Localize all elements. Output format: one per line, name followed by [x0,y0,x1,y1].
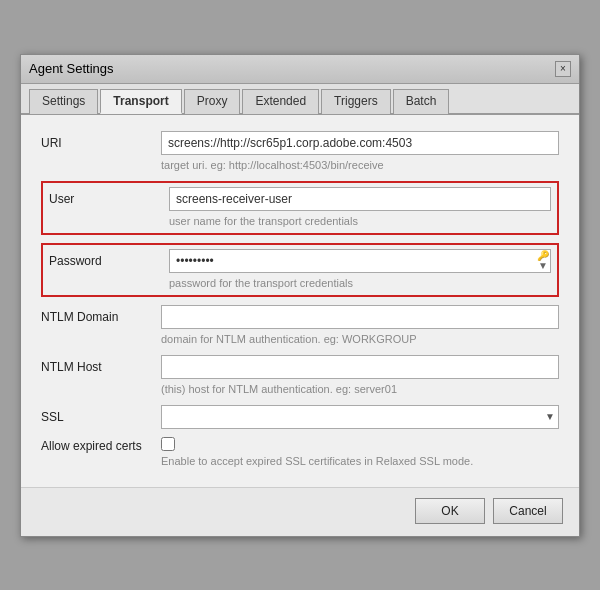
password-label: Password [49,249,169,268]
ssl-row: SSL ▼ [41,405,559,429]
ntlm-domain-field [161,305,559,329]
user-row: User [49,187,551,211]
user-input[interactable] [169,187,551,211]
password-field: 🔑 ▼ [169,249,551,273]
password-inner: Password 🔑 ▼ password for the transport … [43,245,557,295]
ok-button[interactable]: OK [415,498,485,524]
ssl-field: ▼ [161,405,559,429]
allow-expired-checkbox[interactable] [161,437,175,451]
ntlm-host-input[interactable] [161,355,559,379]
allow-expired-hint: Enable to accept expired SSL certificate… [161,455,473,467]
ntlm-host-field [161,355,559,379]
ntlm-domain-label: NTLM Domain [41,305,161,324]
user-highlight-block: User user name for the transport credent… [41,181,559,235]
password-dropdown-icon[interactable]: ▼ [538,261,548,271]
title-bar: Agent Settings × [21,55,579,84]
tab-triggers[interactable]: Triggers [321,89,391,114]
uri-field [161,131,559,155]
form-content: URI target uri. eg: http://localhost:450… [21,115,579,487]
password-show-icon[interactable]: 🔑 [537,251,549,261]
tab-extended[interactable]: Extended [242,89,319,114]
password-highlight-block: Password 🔑 ▼ password for the transport … [41,243,559,297]
ntlm-domain-input[interactable] [161,305,559,329]
allow-expired-label: Allow expired certs [41,437,161,453]
ntlm-host-hint: (this) host for NTLM authentication. eg:… [41,383,559,395]
uri-hint: target uri. eg: http://localhost:4503/bi… [41,159,559,171]
ntlm-host-row: NTLM Host [41,355,559,379]
dialog-title: Agent Settings [29,61,114,76]
user-field [169,187,551,211]
cancel-button[interactable]: Cancel [493,498,563,524]
uri-label: URI [41,131,161,150]
user-hint: user name for the transport credentials [49,215,551,227]
ssl-wrapper: ▼ [161,405,559,429]
allow-expired-field: Enable to accept expired SSL certificate… [161,437,473,467]
password-row: Password 🔑 ▼ [49,249,551,273]
password-wrapper: 🔑 ▼ [169,249,551,273]
tab-proxy[interactable]: Proxy [184,89,241,114]
uri-input[interactable] [161,131,559,155]
ntlm-host-label: NTLM Host [41,355,161,374]
password-input[interactable] [169,249,551,273]
dialog-footer: OK Cancel [21,487,579,536]
uri-row: URI [41,131,559,155]
tab-transport[interactable]: Transport [100,89,181,114]
tab-batch[interactable]: Batch [393,89,450,114]
user-inner: User user name for the transport credent… [43,183,557,233]
allow-expired-row: Allow expired certs Enable to accept exp… [41,437,559,467]
tab-settings[interactable]: Settings [29,89,98,114]
ntlm-domain-hint: domain for NTLM authentication. eg: WORK… [41,333,559,345]
ntlm-domain-row: NTLM Domain [41,305,559,329]
agent-settings-dialog: Agent Settings × Settings Transport Prox… [20,54,580,537]
ssl-select[interactable] [161,405,559,429]
close-button[interactable]: × [555,61,571,77]
password-icon-area: 🔑 ▼ [537,250,549,272]
password-hint: password for the transport credentials [49,277,551,289]
user-label: User [49,187,169,206]
tab-bar: Settings Transport Proxy Extended Trigge… [21,84,579,115]
ssl-label: SSL [41,405,161,424]
